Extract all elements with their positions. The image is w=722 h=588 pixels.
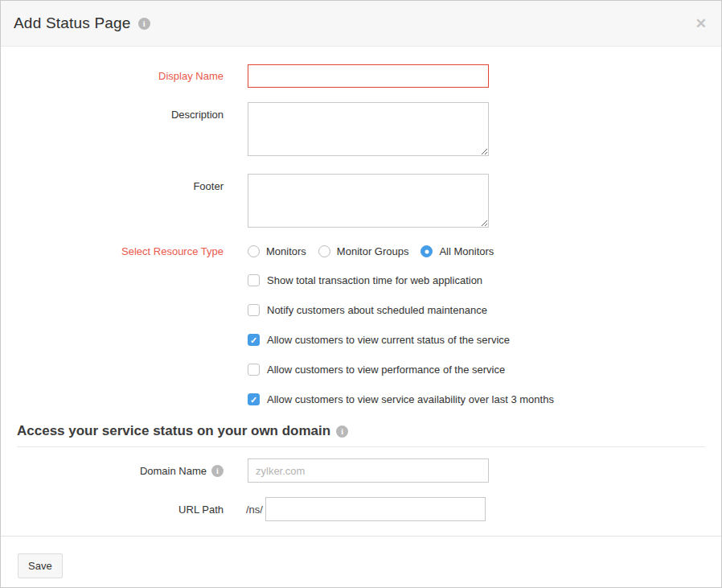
info-icon[interactable]: i [138,18,150,30]
radio-option-all-monitors[interactable]: All Monitors [420,245,494,257]
close-icon[interactable]: ✕ [695,17,707,31]
radio-label: All Monitors [439,245,494,257]
checkbox-notify-maintenance[interactable]: Notify customers about scheduled mainten… [248,304,721,316]
radio-option-monitors[interactable]: Monitors [248,245,306,257]
info-icon[interactable]: i [211,465,224,477]
checkbox-view-performance[interactable]: Allow customers to view performance of t… [248,364,721,376]
radio-option-monitor-groups[interactable]: Monitor Groups [318,245,409,257]
info-icon[interactable]: i [336,426,348,438]
domain-name-input[interactable] [248,458,489,483]
url-path-input[interactable] [265,497,486,521]
radio-icon[interactable] [248,245,260,257]
domain-section-title: Access your service status on your own d… [17,423,721,439]
description-textarea[interactable] [248,102,489,156]
checkbox-icon[interactable] [248,334,260,346]
add-status-page-dialog: Add Status Page i ✕ Display Name Descrip… [0,0,722,588]
footer-textarea[interactable] [248,174,489,228]
status-page-form: Display Name Description Footer Select R… [1,47,721,521]
radio-label: Monitors [266,245,306,257]
checkbox-icon[interactable] [248,274,260,286]
checkbox-view-current-status[interactable]: Allow customers to view current status o… [248,334,721,346]
checkbox-show-transaction-time[interactable]: Show total transaction time for web appl… [248,274,721,286]
domain-name-row: Domain Name i [1,458,721,483]
checkbox-label: Allow customers to view performance of t… [267,364,505,376]
footer-label: Footer [1,174,224,192]
resource-type-label: Select Resource Type [1,245,224,257]
save-button[interactable]: Save [18,553,63,578]
display-name-label: Display Name [1,70,224,82]
url-path-label: URL Path [1,504,224,516]
checkbox-icon[interactable] [248,364,260,376]
description-row: Description [1,102,721,159]
display-name-row: Display Name [1,64,721,88]
dialog-title: Add Status Page [14,14,131,32]
domain-section-title-text: Access your service status on your own d… [17,423,330,439]
checkbox-icon[interactable] [248,304,260,316]
dialog-footer: Save [1,537,721,578]
display-name-input[interactable] [248,64,489,88]
section-divider [17,446,705,447]
resource-type-row: Select Resource Type Monitors Monitor Gr… [1,245,721,257]
checkbox-label: Allow customers to view service availabi… [267,393,554,405]
url-path-row: URL Path /ns/ [1,497,721,521]
checkbox-label: Allow customers to view current status o… [267,334,510,346]
radio-icon[interactable] [420,245,433,257]
checkbox-icon[interactable] [248,393,260,405]
checkbox-label: Show total transaction time for web appl… [267,274,482,286]
description-label: Description [1,102,224,121]
footer-row: Footer [1,174,721,231]
checkbox-view-availability[interactable]: Allow customers to view service availabi… [248,393,721,405]
checkbox-label: Notify customers about scheduled mainten… [267,304,487,316]
dialog-header: Add Status Page i ✕ [1,1,721,47]
radio-label: Monitor Groups [337,245,409,257]
domain-name-label: Domain Name [140,465,207,477]
url-path-prefix: /ns/ [246,504,263,516]
radio-icon[interactable] [318,245,330,257]
